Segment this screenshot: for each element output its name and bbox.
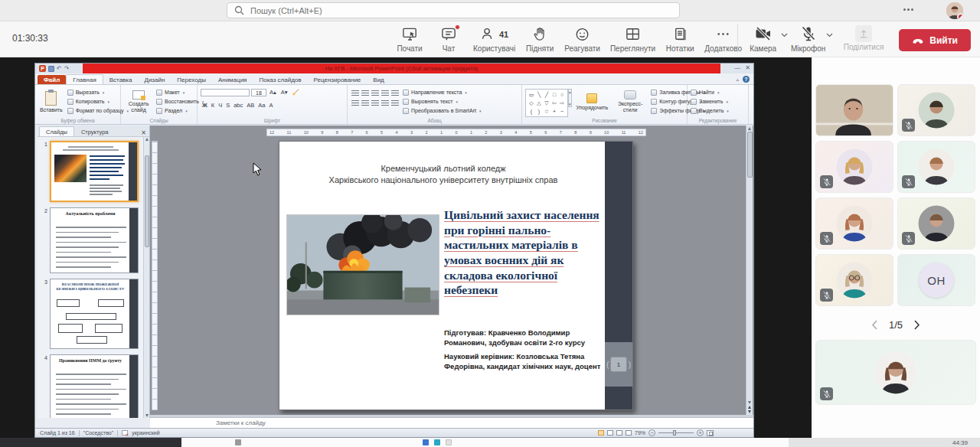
camera-button[interactable]: Камера <box>746 24 781 53</box>
alignment-buttons[interactable] <box>351 98 400 107</box>
reading-view-button[interactable] <box>616 430 622 436</box>
ribbon-command-направление-текста[interactable]: Направление текста <box>403 88 481 96</box>
shape-glyph[interactable]: ○ <box>558 90 566 99</box>
paste-button[interactable]: Вставить <box>38 87 64 116</box>
participant-tile-1[interactable] <box>815 84 893 136</box>
participant-tile-6[interactable] <box>897 197 975 250</box>
start-button[interactable]: Почати <box>392 24 427 54</box>
ribbon-command-выделить[interactable]: Выделить <box>691 106 729 115</box>
ribbon-command-раздел[interactable]: Раздел <box>156 106 204 115</box>
minimize-icon[interactable]: — <box>734 64 740 71</box>
ribbon-command-преобразовать-в-smartart[interactable]: Преобразовать в SmartArt <box>403 106 481 115</box>
fit-to-window-button[interactable] <box>707 430 714 436</box>
sorter-view-button[interactable] <box>607 430 613 436</box>
ribbon-command-макет[interactable]: Макет <box>156 88 204 96</box>
shape-glyph[interactable]: □ <box>550 90 558 99</box>
ppt-tab-3[interactable]: Дизайн <box>138 75 171 84</box>
notes-button[interactable]: Нотатки <box>662 24 697 54</box>
view-button[interactable]: Переглянути <box>607 24 658 54</box>
slideshow-view-button[interactable] <box>626 430 632 436</box>
zoom-out-button[interactable]: − <box>648 429 655 436</box>
shape-glyph[interactable]: ) <box>535 107 543 116</box>
taskbar-app-icon[interactable] <box>235 439 241 445</box>
font-style-button[interactable]: Ж <box>201 101 209 109</box>
previous-page-chevron[interactable] <box>871 320 878 330</box>
zoom-in-button[interactable]: + <box>697 429 704 436</box>
participants-button[interactable]: 41Користувачі <box>470 24 518 54</box>
redo-icon[interactable]: ↷ <box>64 66 70 72</box>
fire-photo[interactable] <box>286 214 439 315</box>
shrink-font-button[interactable]: А▾ <box>279 88 289 96</box>
font-style-button[interactable]: К <box>210 101 216 109</box>
notes-pane[interactable]: Заметки к слайду <box>150 417 753 428</box>
participant-tile-7[interactable] <box>815 254 893 306</box>
share-button[interactable]: Поділитися <box>844 25 884 51</box>
editor-scrollbar[interactable] <box>746 126 753 415</box>
font-style-button[interactable]: abc <box>232 101 244 109</box>
slide-institution-header[interactable]: Кременчуцький льотний коледж Харківськог… <box>290 163 596 187</box>
shape-glyph[interactable]: ⇦ <box>550 99 558 107</box>
ribbon-command-найти[interactable]: Найти <box>691 88 729 96</box>
font-style-button[interactable]: S <box>224 101 231 109</box>
font-style-button[interactable]: АВ <box>245 101 256 109</box>
ribbon-command-заменить[interactable]: Заменить <box>691 97 729 106</box>
slide-thumbnail-3[interactable]: 3ВЗАЄМОЗВ'ЯЗОК ПОЖЕЖНОЇ БЕЗПЕКИ І ЦИВІЛЬ… <box>41 279 143 349</box>
powerpoint-logo-icon[interactable]: P <box>39 65 46 72</box>
zoom-slider-thumb[interactable] <box>673 430 676 436</box>
raise-button[interactable]: Підняти <box>522 24 557 54</box>
chat-button[interactable]: Чат <box>431 24 466 54</box>
ppt-title-bar[interactable]: P ↶ ↷ На ХГВ - Microsoft PowerPoint (Сбо… <box>35 64 753 73</box>
slide-thumbnail-4[interactable]: 4Проникнення ПММ до ґрунту <box>41 354 143 418</box>
ppt-tab-4[interactable]: Переходы <box>171 75 212 84</box>
shape-glyph[interactable]: ⇨ <box>558 99 566 107</box>
microphone-button[interactable]: Мікрофон <box>791 24 826 53</box>
ribbon-command-копировать[interactable]: Копировать <box>67 97 129 106</box>
quick-styles-button[interactable]: Экспресс-стили <box>612 87 648 116</box>
grow-font-button[interactable]: А▴ <box>268 88 278 96</box>
participant-tile-3[interactable] <box>815 141 893 193</box>
language-indicator[interactable]: украинский <box>132 430 160 436</box>
shape-glyph[interactable]: ☆ <box>543 107 550 116</box>
participant-tile-4[interactable] <box>897 141 975 193</box>
slide-thumbnail-2[interactable]: 2Актуальність проблеми <box>41 207 143 273</box>
panel-tab-слайды[interactable]: Слайды <box>39 126 74 136</box>
ppt-tab-1[interactable]: Главная <box>66 74 103 84</box>
leave-button[interactable]: Вийти <box>899 29 971 51</box>
new-slide-button[interactable]: Создать слайд <box>124 87 153 116</box>
collapse-ribbon-icon[interactable]: ▵ <box>736 77 739 83</box>
panel-scrollbar[interactable] <box>143 137 149 418</box>
ribbon-command-вырезать[interactable]: Вырезать <box>67 88 129 96</box>
user-avatar[interactable] <box>946 2 963 19</box>
search-input[interactable] <box>250 6 648 15</box>
spellcheck-icon[interactable] <box>122 430 128 436</box>
ppt-tab-8[interactable]: Вид <box>367 75 390 84</box>
ribbon-command-формат-по-образцу[interactable]: Формат по образцу <box>67 106 129 115</box>
slide-credits-text[interactable]: Підготував: Кравченко Володимир Романови… <box>444 328 606 371</box>
shape-glyph[interactable]: ▭ <box>528 90 535 99</box>
font-style-button[interactable]: Ч <box>217 101 224 109</box>
shape-glyph[interactable]: △ <box>535 99 543 107</box>
zoom-slider[interactable] <box>658 432 694 433</box>
normal-view-button[interactable] <box>598 430 604 436</box>
slide-canvas[interactable]: 1 Кременчуцький льотний коледж Харківськ… <box>279 141 633 410</box>
ppt-tab-6[interactable]: Показ слайдов <box>253 75 307 84</box>
taskbar-app-icon[interactable] <box>446 439 452 445</box>
font-name-box[interactable] <box>201 89 250 96</box>
slide-thumbnail-1[interactable]: 1 <box>41 141 143 202</box>
camera-options-chevron[interactable] <box>781 28 788 40</box>
shapes-scroll[interactable]: ▴▾ <box>568 89 572 107</box>
microphone-options-chevron[interactable] <box>826 28 833 40</box>
react-button[interactable]: Реагувати <box>561 24 603 54</box>
ppt-tab-7[interactable]: Рецензирование <box>308 75 368 84</box>
next-page-chevron[interactable] <box>913 320 920 330</box>
shape-glyph[interactable]: + <box>550 107 558 116</box>
ribbon-command-восстановить[interactable]: Восстановить <box>156 97 204 106</box>
close-panel-icon[interactable]: ✕ <box>141 129 146 136</box>
shape-glyph[interactable]: ▽ <box>543 99 550 107</box>
top-more-menu[interactable] <box>903 5 917 14</box>
participant-tile-2[interactable] <box>897 84 975 136</box>
shape-glyph[interactable]: ( <box>528 107 535 116</box>
save-icon[interactable] <box>48 66 54 72</box>
arrange-button[interactable]: Упорядочить <box>575 87 610 116</box>
help-icon[interactable]: ? <box>743 76 750 83</box>
